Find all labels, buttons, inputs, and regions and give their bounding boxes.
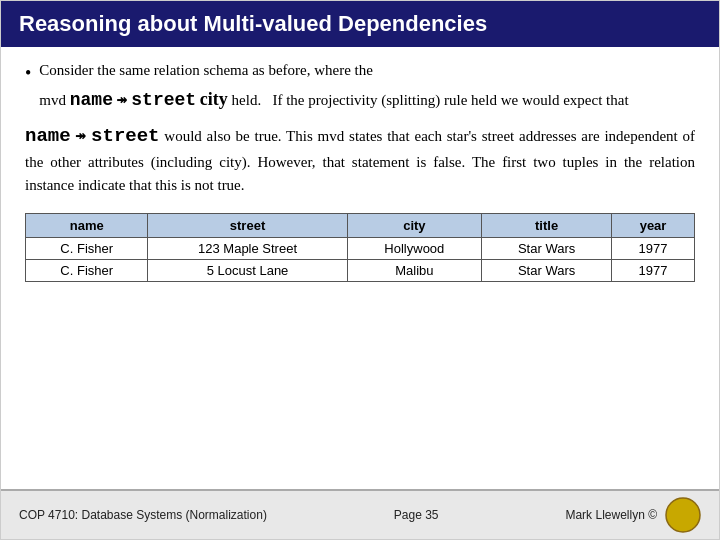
col-name: name [26, 214, 148, 238]
table-cell: 1977 [612, 238, 695, 260]
table-cell: 5 Locust Lane [148, 260, 347, 282]
table-row: C. Fisher123 Maple StreetHollywoodStar W… [26, 238, 695, 260]
slide: Reasoning about Multi-valued Dependencie… [0, 0, 720, 540]
table-cell: C. Fisher [26, 260, 148, 282]
table-cell: 123 Maple Street [148, 238, 347, 260]
mvd-name-token: name [70, 90, 113, 110]
para-street-token: street [91, 125, 159, 147]
table-cell: Hollywood [347, 238, 481, 260]
table-header-row: name street city title year [26, 214, 695, 238]
footer-right: Mark Llewellyn © [565, 508, 657, 522]
svg-point-4 [666, 498, 700, 532]
bullet-intro-text: Consider the same relation schema as bef… [39, 62, 373, 78]
table-cell: Malibu [347, 260, 481, 282]
col-title: title [482, 214, 612, 238]
table-body: C. Fisher123 Maple StreetHollywoodStar W… [26, 238, 695, 282]
relation-table: name street city title year C. Fisher123… [25, 213, 695, 282]
table-cell: 1977 [612, 260, 695, 282]
paragraph-block: name ↠ street would also be true. This m… [25, 122, 695, 198]
table-row: C. Fisher5 Locust LaneMalibuStar Wars197… [26, 260, 695, 282]
mvd-intro-line: Consider the same relation schema as bef… [39, 59, 628, 82]
slide-title: Reasoning about Multi-valued Dependencie… [19, 11, 487, 36]
slide-body: • Consider the same relation schema as b… [1, 47, 719, 489]
para-arrow-token: ↠ [75, 126, 86, 146]
footer-right-group: Mark Llewellyn © [565, 497, 701, 533]
mvd-suffix: held. If the projectivity (splitting) ru… [228, 92, 629, 108]
bullet-item: • Consider the same relation schema as b… [25, 59, 695, 118]
table-cell: C. Fisher [26, 238, 148, 260]
footer-left: COP 4710: Database Systems (Normalizatio… [19, 508, 267, 522]
col-street: street [148, 214, 347, 238]
footer-logo-icon [665, 497, 701, 533]
slide-footer: COP 4710: Database Systems (Normalizatio… [1, 489, 719, 539]
mvd-city-token: city [200, 89, 228, 109]
col-year: year [612, 214, 695, 238]
mvd-formula-line: mvd name ↠ street city held. If the proj… [39, 86, 628, 114]
mvd-keyword: mvd [39, 92, 69, 108]
slide-header: Reasoning about Multi-valued Dependencie… [1, 1, 719, 47]
mvd-street-token: street [131, 90, 196, 110]
footer-center: Page 35 [394, 508, 439, 522]
para-name-token: name [25, 125, 71, 147]
bullet-dot: • [25, 61, 31, 86]
bullet-content: Consider the same relation schema as bef… [39, 59, 628, 118]
mvd-arrow-token: ↠ [117, 90, 128, 110]
table-cell: Star Wars [482, 238, 612, 260]
col-city: city [347, 214, 481, 238]
table-head: name street city title year [26, 214, 695, 238]
table-cell: Star Wars [482, 260, 612, 282]
